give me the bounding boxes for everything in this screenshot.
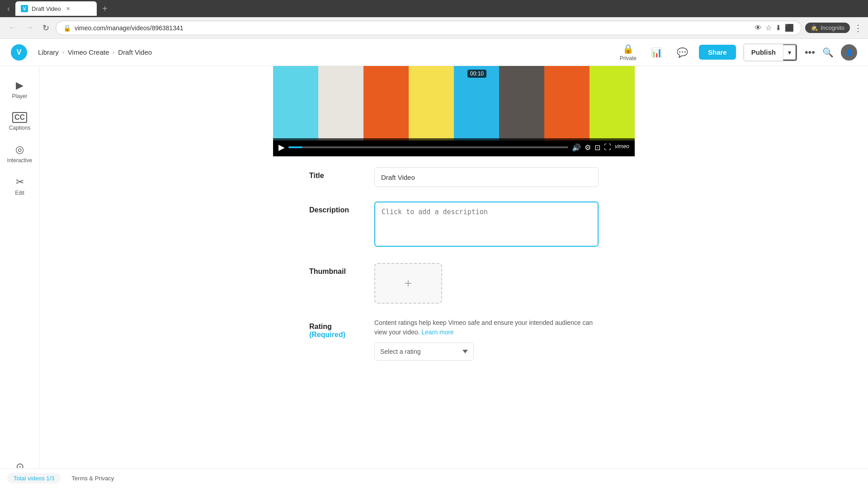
- tab-back-button[interactable]: ‹: [4, 2, 14, 15]
- rating-select[interactable]: Select a rating General Mature: [374, 343, 474, 361]
- top-nav-actions: 🔒 Private 📊 💬 Share Publish ▾ ••• 🔍 👤: [616, 42, 857, 63]
- breadcrumb-sep-2: ›: [113, 49, 114, 56]
- gear-icon[interactable]: ⚙: [585, 143, 591, 152]
- progress-fill: [288, 146, 302, 148]
- total-videos-badge: Total videos 1/3: [7, 473, 61, 483]
- video-player-wrapper: 00:10 ▶ 🔊 ⚙ ⊡ ⛶ vimeo: [273, 66, 635, 156]
- publish-button-group: Publish ▾: [743, 43, 797, 61]
- tab-title: Draft Video: [32, 5, 61, 12]
- video-color-bars: [273, 66, 635, 141]
- breadcrumb-create[interactable]: Vimeo Create: [68, 48, 109, 56]
- color-bar-1: [273, 66, 318, 141]
- video-player: 00:10 ▶ 🔊 ⚙ ⊡ ⛶ vimeo: [273, 66, 635, 156]
- incognito-icon: 🕵: [811, 24, 818, 31]
- description-label: Description: [309, 202, 363, 214]
- breadcrumb-library[interactable]: Library: [38, 48, 59, 56]
- back-button[interactable]: ←: [5, 21, 19, 34]
- active-tab[interactable]: V Draft Video ×: [15, 1, 97, 16]
- sidebar-player-label: Player: [12, 93, 27, 99]
- thumbnail-upload-box[interactable]: +: [374, 263, 442, 304]
- sidebar-item-edit[interactable]: ✂ Edit: [4, 172, 36, 201]
- sidebar-captions-label: Captions: [9, 125, 30, 131]
- vimeo-watermark: vimeo: [615, 143, 629, 152]
- address-bar-row: ← → ↻ 🔒 vimeo.com/manage/videos/89638134…: [0, 17, 868, 39]
- rating-field: Content ratings help keep Vimeo safe and…: [374, 318, 599, 361]
- sidebar-edit-label: Edit: [15, 190, 24, 196]
- star-icon[interactable]: ☆: [765, 23, 772, 32]
- total-videos-count: 1/3: [46, 475, 54, 482]
- title-field: [374, 167, 599, 187]
- title-input[interactable]: [374, 167, 599, 187]
- play-button[interactable]: ▶: [278, 142, 285, 152]
- status-bar: Total videos 1/3 Terms & Privacy: [0, 468, 868, 488]
- color-bar-2: [318, 66, 363, 141]
- tab-favicon: V: [21, 5, 28, 12]
- breadcrumb-current: Draft Video: [118, 48, 152, 56]
- thumbnail-row: Thumbnail +: [309, 263, 599, 304]
- profile-icon[interactable]: ⬛: [785, 23, 794, 32]
- tab-close-button[interactable]: ×: [66, 5, 70, 12]
- thumbnail-field: +: [374, 263, 599, 304]
- fullscreen-icon[interactable]: ⛶: [604, 143, 611, 152]
- color-bar-6: [499, 66, 544, 141]
- sidebar-interactive-label: Interactive: [7, 157, 32, 164]
- learn-more-link[interactable]: Learn more: [421, 328, 454, 336]
- tab-bar: ‹ V Draft Video × +: [0, 0, 868, 17]
- comments-button[interactable]: 💬: [673, 45, 692, 60]
- download-icon[interactable]: ⬇: [775, 23, 781, 32]
- sidebar-item-player[interactable]: ▶ Player: [4, 75, 36, 104]
- video-controls: ▶ 🔊 ⚙ ⊡ ⛶ vimeo: [273, 138, 635, 156]
- progress-bar[interactable]: [288, 146, 568, 148]
- chart-icon: 📊: [651, 47, 662, 58]
- breadcrumb: Library › Vimeo Create › Draft Video: [38, 48, 152, 56]
- picture-in-picture-icon[interactable]: ⊡: [594, 143, 600, 152]
- sidebar-item-interactive[interactable]: ◎ Interactive: [4, 139, 36, 168]
- rating-row: Rating (Required) Content ratings help k…: [309, 318, 599, 361]
- incognito-badge: 🕵 Incognito: [805, 23, 850, 33]
- terms-privacy-link[interactable]: Terms & Privacy: [71, 475, 114, 482]
- user-avatar[interactable]: 👤: [841, 44, 857, 61]
- main-content: 00:10 ▶ 🔊 ⚙ ⊡ ⛶ vimeo: [40, 66, 868, 488]
- browser-more-button[interactable]: ⋮: [854, 23, 863, 33]
- more-options-button[interactable]: •••: [805, 47, 815, 58]
- comment-icon: 💬: [677, 47, 688, 58]
- reload-button[interactable]: ↻: [40, 21, 52, 35]
- top-nav: V Library › Vimeo Create › Draft Video 🔒…: [0, 39, 868, 66]
- rating-help-text: Content ratings help keep Vimeo safe and…: [374, 318, 599, 337]
- color-bar-3: [363, 66, 409, 141]
- volume-icon[interactable]: 🔊: [572, 143, 581, 152]
- description-textarea[interactable]: [374, 202, 599, 247]
- address-field[interactable]: 🔒 vimeo.com/manage/videos/896381341 👁 ☆ …: [56, 21, 802, 35]
- share-button[interactable]: Share: [699, 45, 736, 60]
- title-label: Title: [309, 167, 363, 180]
- lock-icon: 🔒: [623, 43, 634, 54]
- analytics-button[interactable]: 📊: [647, 45, 666, 60]
- interactive-icon: ◎: [15, 144, 24, 155]
- thumbnail-label: Thumbnail: [309, 263, 363, 276]
- search-button[interactable]: 🔍: [822, 47, 834, 58]
- app-container: ▶ Player CC Captions ◎ Interactive ✂ Edi…: [0, 66, 868, 488]
- lock-icon: 🔒: [63, 24, 71, 32]
- incognito-label: Incognito: [821, 24, 844, 31]
- player-icon: ▶: [16, 80, 24, 91]
- left-sidebar: ▶ Player CC Captions ◎ Interactive ✂ Edi…: [0, 66, 40, 488]
- vimeo-logo[interactable]: V: [11, 44, 27, 61]
- new-tab-button[interactable]: +: [99, 4, 111, 14]
- rating-required: (Required): [309, 331, 345, 338]
- edit-icon: ✂: [16, 176, 24, 188]
- form-area: Title Description Thumbnail +: [237, 156, 671, 386]
- breadcrumb-sep-1: ›: [62, 49, 64, 56]
- publish-main-button[interactable]: Publish: [744, 45, 783, 60]
- sidebar-item-captions[interactable]: CC Captions: [4, 108, 36, 136]
- private-button[interactable]: 🔒 Private: [616, 42, 640, 63]
- thumbnail-plus-icon: +: [405, 276, 412, 291]
- publish-dropdown-button[interactable]: ▾: [783, 44, 797, 61]
- time-badge: 00:10: [467, 70, 486, 78]
- title-row: Title: [309, 167, 599, 187]
- rating-label: Rating (Required): [309, 318, 363, 339]
- eye-off-icon: 👁: [755, 24, 762, 32]
- total-videos-label: Total videos: [14, 475, 45, 482]
- color-bar-7: [544, 66, 590, 141]
- forward-button[interactable]: →: [23, 21, 36, 34]
- video-control-icons: 🔊 ⚙ ⊡ ⛶ vimeo: [572, 143, 629, 152]
